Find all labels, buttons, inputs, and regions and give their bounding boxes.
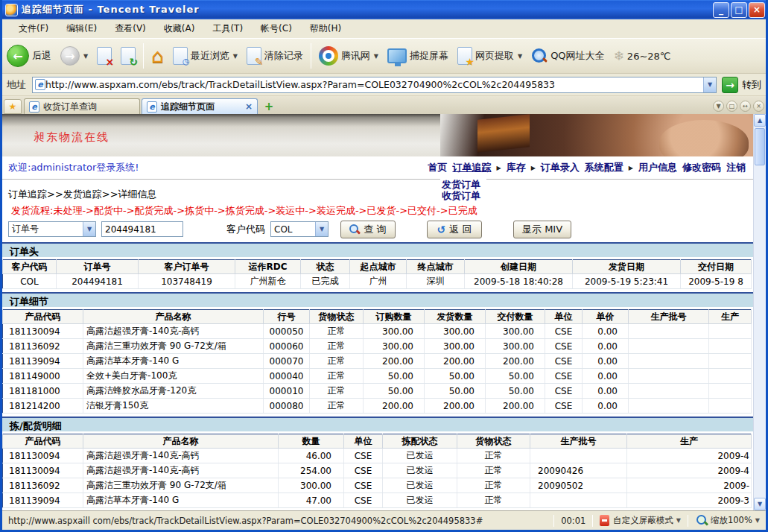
nav-logout[interactable]: 注销 [726, 161, 746, 174]
block-mode-dropdown-icon[interactable]: ▼ [676, 517, 681, 524]
dropdown-arrow-icon[interactable]: ▼ [315, 222, 328, 236]
zoom-dropdown-icon[interactable]: ▼ [755, 517, 760, 524]
menu-item-file[interactable]: 文件(F) [10, 20, 57, 37]
extract-label: 网页提取 [475, 49, 514, 63]
nav-order-entry[interactable]: 订单录入 [541, 161, 580, 174]
dropdown-arrow-icon[interactable]: ▼ [83, 222, 95, 236]
menu-item-help[interactable]: 帮助(H) [301, 20, 350, 37]
favorites-star-button[interactable]: ★ [4, 99, 22, 114]
submenu-receiving-order[interactable]: 收货订单 [442, 190, 480, 201]
tab-pin-button[interactable]: ↔ [740, 101, 751, 112]
menu-item-view[interactable]: 查看(V) [106, 20, 155, 37]
recent-dropdown-icon[interactable]: ▼ [233, 53, 238, 60]
menu-item-tools[interactable]: 工具(T) [203, 20, 252, 37]
minimize-button[interactable]: _ [713, 2, 729, 18]
zoom-label[interactable]: 缩放100% [711, 515, 752, 526]
tab-receiving-order-query[interactable]: e 收货订单查询 [24, 98, 140, 114]
table-cell: 正常 [457, 478, 530, 493]
maximize-button[interactable]: □ [731, 2, 747, 18]
column-header: 订购数量 [364, 310, 425, 324]
scroll-down-icon[interactable]: ▼ [754, 498, 766, 510]
table-cell: CSE [344, 478, 383, 493]
tab-list-button[interactable]: ▼ [713, 101, 724, 112]
column-header: 状态 [301, 260, 350, 274]
block-mode-label[interactable]: 自定义屏蔽模式 [613, 515, 673, 526]
menu-item-favorites[interactable]: 收藏(A) [155, 20, 204, 37]
recent-button[interactable]: ◷ 最近浏览 ▼ [168, 47, 242, 65]
extract-dropdown-icon[interactable]: ▼ [518, 53, 522, 60]
weather-widget[interactable]: ❄ 26~28℃ [609, 48, 676, 63]
forward-dropdown-icon[interactable]: ▼ [83, 53, 88, 60]
section-order-header: 订单头 [2, 242, 753, 257]
table-cell: 高露洁蜂胶水晶牙膏-120克 [83, 384, 264, 399]
column-header: 客户订单号 [139, 260, 235, 274]
close-button[interactable]: × [749, 2, 765, 18]
capture-screen-button[interactable]: 捕捉屏幕 [383, 48, 453, 63]
column-header: 运作RDC [235, 260, 301, 274]
address-url[interactable]: http://www.aspxam.com/ebs/track/TrackDet… [45, 79, 703, 90]
qq-sites-button[interactable]: QQ网址大全 [527, 48, 609, 64]
nav-change-password[interactable]: 修改密码 [682, 161, 721, 174]
column-header: 数量 [279, 434, 344, 449]
scroll-up-icon[interactable]: ▲ [754, 114, 766, 127]
web-extract-button[interactable]: ★ 网页提取 ▼ [453, 47, 527, 65]
table-row: 181130094高露洁超强牙膏-140克-高钙000050正常300.0030… [3, 324, 752, 339]
table-cell [629, 384, 709, 399]
nav-system-config[interactable]: 系统配置 [585, 161, 623, 174]
history-icon: ◷ [173, 47, 188, 65]
nav-arrow-icon: ▶ [629, 165, 633, 171]
order-number-input[interactable] [101, 221, 183, 237]
toolbar: ← 后退 → ▼ × ↻ ⌂ ◷ 最近浏览 ▼ ✎ 清除记录 腾讯网 [2, 39, 766, 74]
query-button[interactable]: 查 询 [340, 221, 396, 238]
tab-close-button[interactable]: × [753, 101, 764, 112]
go-button[interactable]: → [722, 77, 738, 93]
table-cell: 正常 [310, 369, 364, 384]
tab-restore-button[interactable]: □ [726, 101, 737, 112]
table-row: 181139094高露洁草本牙膏-140 G000070正常200.00200.… [3, 354, 752, 369]
table-row: 181136092高露洁三重功效牙膏 90 G-72支/箱300.00CSE已发… [3, 478, 752, 493]
scrollbar-thumb[interactable] [755, 128, 765, 165]
new-tab-button[interactable]: + [261, 100, 276, 113]
tencent-button[interactable]: 腾讯网 ▼ [314, 46, 383, 66]
tab-tracking-detail[interactable]: e 追踪细节页面 × [142, 98, 258, 114]
nav-user-info[interactable]: 用户信息 [638, 161, 677, 174]
nav-home[interactable]: 首页 [428, 161, 448, 174]
table-header-row: 产品代码产品名称行号货物状态订购数量发货数量交付数量单位单价生产批号生产 [3, 310, 752, 324]
table-cell: 高露洁草本牙膏-140 G [83, 354, 264, 369]
home-button[interactable]: ⌂ [147, 46, 168, 66]
search-type-select[interactable]: 订单号 ▼ [8, 221, 96, 237]
toolbar-separator [311, 43, 311, 69]
table-cell: 000040 [264, 369, 310, 384]
customer-code-select[interactable]: COL ▼ [270, 221, 329, 237]
return-button[interactable]: ↺ 返 回 [427, 221, 482, 238]
main-nav: 首页 订单追踪 ▶ 库存 ▶ 订单录入 系统配置 ▶ 用户信息 修改密码 注销 [428, 161, 746, 174]
table-cell [629, 324, 709, 339]
menu-item-edit[interactable]: 编辑(E) [57, 20, 106, 37]
status-time: 00:01 [561, 516, 585, 526]
search-type-value: 订单号 [9, 223, 83, 235]
column-header: 起点城市 [350, 260, 407, 274]
table-cell [709, 324, 752, 339]
nav-order-tracking[interactable]: 订单追踪 [453, 161, 492, 174]
column-header: 拣配状态 [383, 434, 457, 449]
table-row: 181214200洁银牙膏150克000080正常200.00200.00200… [3, 399, 752, 414]
address-dropdown-icon[interactable]: ▼ [703, 77, 716, 92]
address-input[interactable]: e http://www.aspxam.com/ebs/track/TrackD… [32, 77, 717, 93]
menu-item-account[interactable]: 帐号(C) [252, 20, 301, 37]
forward-button[interactable]: → ▼ [56, 46, 92, 66]
refresh-button[interactable]: ↻ [116, 47, 140, 65]
submenu-shipping-order[interactable]: 发货订单 [442, 179, 480, 190]
customer-code-label: 客户代码 [226, 223, 265, 236]
nav-inventory[interactable]: 库存 [507, 161, 526, 174]
query-button-label: 查 询 [364, 223, 386, 236]
show-miv-button[interactable]: 显示 MIV [513, 221, 571, 238]
clear-history-button[interactable]: ✎ 清除记录 [242, 47, 308, 65]
tencent-dropdown-icon[interactable]: ▼ [374, 53, 378, 60]
close-tab-icon[interactable]: × [245, 101, 253, 112]
stop-button[interactable]: × [92, 47, 116, 65]
table-cell: 181130094 [3, 449, 83, 463]
nav-arrow-icon: ▶ [531, 165, 536, 171]
table-cell: 300.00 [425, 339, 486, 354]
vertical-scrollbar[interactable]: ▲ ▼ [753, 114, 766, 510]
back-button[interactable]: ← 后退 [2, 45, 56, 67]
